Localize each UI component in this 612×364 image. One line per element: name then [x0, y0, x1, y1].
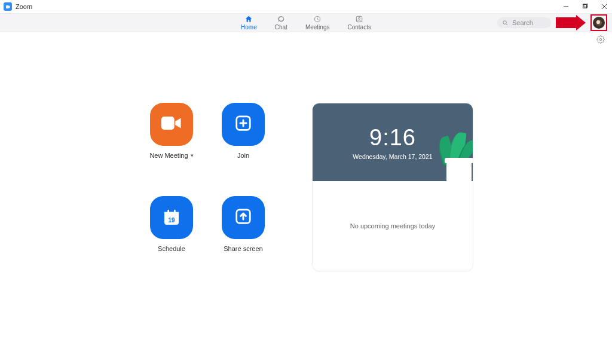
new-meeting-action: New Meeting ▾ — [139, 103, 204, 178]
nav-tabs: Home Chat Meetings Contacts — [241, 14, 371, 32]
svg-rect-1 — [583, 5, 587, 8]
close-button[interactable] — [600, 2, 608, 11]
dashboard-time: 9:16 — [369, 125, 416, 151]
tab-label: Contacts — [347, 24, 371, 30]
titlebar-left: Zoom — [4, 2, 32, 11]
svg-rect-17 — [164, 212, 179, 216]
tab-home[interactable]: Home — [241, 15, 257, 30]
tab-label: Home — [241, 24, 257, 30]
plant-illustration — [433, 127, 473, 181]
share-screen-action: Share screen — [210, 196, 276, 271]
schedule-button[interactable]: 19 — [150, 196, 193, 239]
action-label-text: Schedule — [158, 245, 185, 252]
dashboard-card: 9:16 Wednesday, March 17, 2021 No upcomi… — [312, 103, 473, 271]
tab-chat[interactable]: Chat — [275, 15, 287, 30]
svg-point-8 — [359, 17, 360, 19]
maximize-button[interactable] — [581, 2, 589, 11]
join-action: Join — [210, 103, 276, 178]
gear-icon — [596, 35, 605, 44]
share-screen-button[interactable] — [222, 196, 265, 239]
window-controls — [562, 2, 608, 11]
share-arrow-icon — [234, 207, 252, 228]
annotation-arrow — [556, 16, 586, 29]
new-meeting-button[interactable] — [150, 103, 193, 146]
search-placeholder: Search — [512, 19, 533, 26]
dashboard-hero: 9:16 Wednesday, March 17, 2021 — [313, 103, 473, 181]
schedule-action: 19 Schedule — [139, 196, 204, 271]
contacts-icon — [355, 15, 363, 23]
action-label-text: Share screen — [224, 245, 262, 252]
main-content: New Meeting ▾ Join 19 Schedule — [0, 49, 612, 271]
search-icon — [502, 20, 509, 26]
new-meeting-label-row[interactable]: New Meeting ▾ — [149, 152, 193, 159]
top-nav: Home Chat Meetings Contacts Search — [0, 13, 612, 32]
action-grid: New Meeting ▾ Join 19 Schedule — [139, 103, 276, 271]
tab-label: Chat — [275, 24, 287, 30]
calendar-icon: 19 — [162, 208, 181, 227]
plus-icon — [234, 114, 252, 134]
nav-right: Search — [497, 14, 612, 31]
tab-meetings[interactable]: Meetings — [305, 15, 330, 30]
calendar-day: 19 — [168, 217, 175, 224]
tab-label: Meetings — [305, 24, 330, 30]
join-button[interactable] — [222, 103, 265, 146]
home-icon — [244, 15, 253, 23]
dashboard-date: Wednesday, March 17, 2021 — [353, 153, 432, 160]
minimize-button[interactable] — [562, 2, 570, 11]
search-input[interactable]: Search — [497, 17, 551, 28]
svg-point-9 — [503, 20, 507, 24]
action-label-text: New Meeting — [149, 152, 188, 159]
video-icon — [160, 115, 183, 134]
clock-icon — [313, 15, 322, 23]
svg-rect-2 — [584, 4, 587, 7]
action-label-text: Join — [237, 152, 249, 159]
profile-avatar[interactable] — [593, 17, 605, 29]
window-titlebar: Zoom — [0, 0, 612, 13]
dashboard-body: No upcoming meetings today — [313, 181, 473, 271]
sub-bar — [0, 32, 612, 49]
zoom-app-icon — [4, 2, 12, 11]
no-meetings-text: No upcoming meetings today — [350, 222, 435, 230]
annotation-highlight — [590, 14, 607, 31]
svg-line-10 — [506, 23, 507, 25]
chevron-down-icon: ▾ — [191, 152, 194, 158]
tab-contacts[interactable]: Contacts — [347, 15, 371, 30]
svg-rect-12 — [161, 117, 175, 130]
settings-button[interactable] — [596, 35, 605, 46]
svg-point-11 — [599, 38, 602, 41]
chat-icon — [277, 15, 285, 23]
window-title: Zoom — [16, 3, 32, 10]
